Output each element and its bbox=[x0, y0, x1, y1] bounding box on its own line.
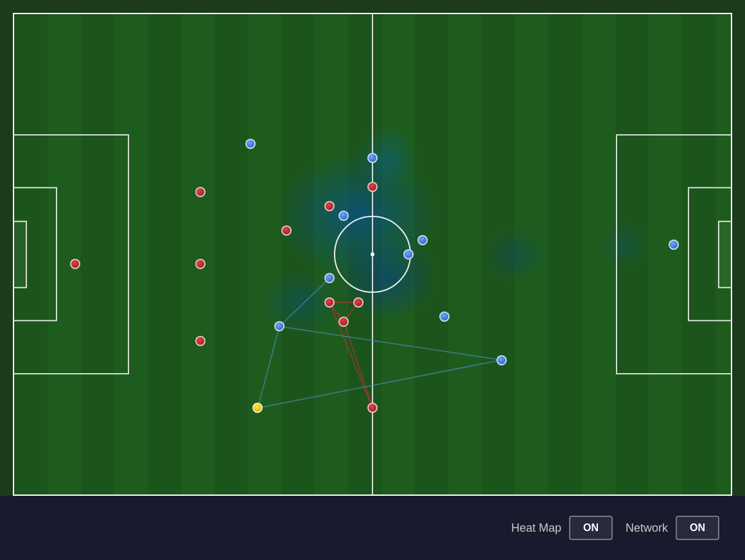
player-b5[interactable] bbox=[403, 249, 414, 259]
player-r5[interactable] bbox=[281, 225, 292, 236]
svg-line-6 bbox=[279, 326, 502, 360]
player-r11[interactable] bbox=[367, 403, 378, 413]
network-toggle-button[interactable]: ON bbox=[676, 516, 719, 540]
player-b6[interactable] bbox=[417, 235, 428, 245]
network-overlay bbox=[14, 14, 731, 494]
player-r6[interactable] bbox=[324, 201, 335, 211]
heatmap-control: Heat Map ON bbox=[511, 516, 613, 540]
player-r4[interactable] bbox=[195, 336, 206, 346]
svg-line-5 bbox=[279, 278, 329, 326]
player-r3[interactable] bbox=[195, 259, 206, 269]
heatmap-toggle-button[interactable]: ON bbox=[569, 516, 613, 540]
player-b2[interactable] bbox=[324, 273, 335, 283]
network-label: Network bbox=[626, 521, 668, 535]
player-b10[interactable] bbox=[669, 240, 679, 250]
player-b1[interactable] bbox=[245, 139, 256, 149]
network-control: Network ON bbox=[626, 516, 719, 540]
player-r7[interactable] bbox=[324, 297, 335, 308]
player-r1[interactable] bbox=[70, 259, 80, 269]
football-pitch bbox=[13, 13, 732, 496]
player-r9[interactable] bbox=[353, 297, 364, 308]
main-container: Heat Map ON Network ON bbox=[0, 0, 745, 560]
player-r2[interactable] bbox=[195, 187, 206, 197]
player-y1[interactable] bbox=[252, 403, 263, 413]
player-b3[interactable] bbox=[338, 211, 349, 221]
svg-line-8 bbox=[258, 326, 279, 408]
svg-line-7 bbox=[258, 360, 501, 408]
player-b9[interactable] bbox=[274, 321, 285, 331]
svg-line-4 bbox=[344, 322, 372, 408]
player-b4[interactable] bbox=[367, 153, 378, 163]
player-b7[interactable] bbox=[439, 311, 450, 322]
player-r8[interactable] bbox=[338, 317, 349, 327]
player-r10[interactable] bbox=[367, 182, 378, 192]
controls-bar: Heat Map ON Network ON bbox=[0, 496, 745, 560]
player-b8[interactable] bbox=[496, 355, 507, 365]
heatmap-label: Heat Map bbox=[511, 521, 561, 535]
